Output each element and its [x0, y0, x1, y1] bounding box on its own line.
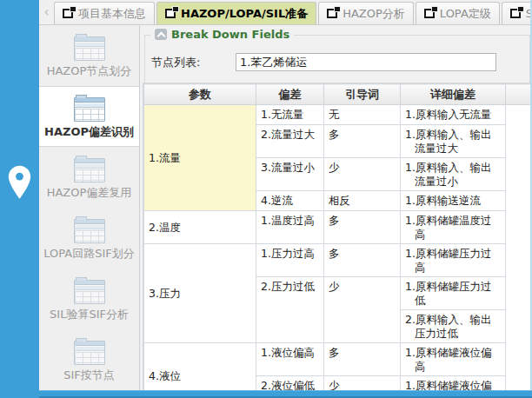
sidebar-item-sif-by-node[interactable]: SIF按节点	[39, 329, 139, 390]
detail-deviation-cell[interactable]: 1.原料储罐液位偏低	[401, 376, 506, 391]
deviation-cell[interactable]: 1.液位偏高	[256, 343, 324, 376]
deviation-table: 参数偏差引导词详细偏差 1.流量1.无流量无1.原料输入无流量2.流量过大多1.…	[143, 83, 532, 390]
deviation-cell[interactable]: 1.无流量	[256, 105, 324, 125]
deviation-cell[interactable]: 4.逆流	[256, 191, 324, 211]
detail-deviation-cell[interactable]: 1.原料输入无流量	[401, 105, 506, 125]
sidebar-item-label: SIF按节点	[63, 368, 115, 381]
detail-deviation-cell[interactable]: 1.原料储罐液位偏高	[401, 343, 506, 376]
table-row: 1.流量1.无流量无1.原料输入无流量	[144, 105, 532, 125]
panel-title: Break Down Fields	[171, 28, 289, 41]
window-icon	[165, 9, 176, 18]
guideword-cell[interactable]: 多	[324, 125, 401, 158]
app-window: ‹ 项目基本信息HAZOP/LOPA/SIL准备HAZOP分析LOPA定级SIL…	[0, 0, 532, 398]
left-rail	[0, 0, 39, 398]
deviation-cell[interactable]: 2.压力过低	[256, 277, 324, 343]
window-icon	[327, 9, 337, 18]
deviation-cell[interactable]: 2.流量过大	[256, 125, 324, 158]
detail-deviation-cell[interactable]: 1.原料储罐压力过高	[401, 244, 506, 277]
tab-label: LOPA定级	[440, 6, 491, 22]
spreadsheet-icon	[74, 341, 105, 365]
node-list-label: 节点列表:	[151, 55, 236, 70]
tab-label: HAZOP/LOPA/SIL准备	[181, 6, 308, 22]
guideword-cell[interactable]: 多	[324, 211, 401, 244]
tab-sil-verification[interactable]: SIL验算	[502, 2, 532, 24]
window-icon	[424, 9, 435, 18]
sidebar-item-lopa-loop-sif-division[interactable]: LOPA回路SIF划分	[39, 208, 139, 269]
detail-deviation-cell[interactable]: 2.原料输入、输出压力过低	[401, 310, 506, 343]
guideword-cell[interactable]: 多	[324, 343, 401, 376]
sidebar-item-label: HAZOP偏差识别	[44, 125, 134, 138]
spreadsheet-icon	[74, 36, 105, 61]
parameter-cell[interactable]: 3.压力	[144, 244, 256, 343]
guideword-cell[interactable]: 相反	[324, 191, 401, 211]
table-row: 4.液位1.液位偏高多1.原料储罐液位偏高	[144, 343, 532, 376]
spreadsheet-icon	[74, 280, 105, 304]
tab-label: HAZOP分析	[342, 6, 405, 22]
window-icon	[510, 9, 521, 18]
guideword-cell[interactable]: 少	[324, 376, 401, 391]
tab-hazop-lopa-sil-prep[interactable]: HAZOP/LOPA/SIL准备	[156, 2, 316, 24]
parameter-cell[interactable]: 1.流量	[144, 105, 256, 211]
spreadsheet-icon	[74, 97, 105, 122]
sidebar-item-label: HAZOP节点划分	[47, 64, 132, 77]
parameter-cell[interactable]: 4.液位	[144, 343, 256, 391]
detail-deviation-cell[interactable]: 1.原料输送逆流	[401, 191, 506, 211]
sidebar: HAZOP节点划分HAZOP偏差识别HAZOP偏差复用LOPA回路SIF划分SI…	[39, 25, 140, 390]
tab-lopa-rating[interactable]: LOPA定级	[416, 2, 500, 24]
detail-deviation-cell[interactable]: 1.原料输入、输出流量过小	[401, 158, 506, 191]
tab-hazop-analysis[interactable]: HAZOP分析	[318, 2, 414, 24]
column-header[interactable]: 参数	[144, 84, 256, 105]
node-list-field: 节点列表:	[151, 53, 529, 71]
guideword-cell[interactable]: 多	[324, 244, 401, 277]
table-header-row: 参数偏差引导词详细偏差	[144, 84, 532, 105]
bottom-rail	[0, 390, 532, 398]
column-header-empty	[506, 84, 532, 105]
column-header[interactable]: 引导词	[324, 84, 401, 105]
detail-deviation-cell[interactable]: 1.原料储罐温度过高	[401, 211, 506, 244]
sidebar-item-label: SIL验算SIF分析	[50, 308, 129, 321]
column-header[interactable]: 偏差	[256, 84, 324, 105]
spreadsheet-icon	[74, 219, 105, 243]
table-row: 3.压力1.压力过高多1.原料储罐压力过高	[144, 244, 532, 277]
guideword-cell[interactable]: 少	[324, 158, 401, 191]
node-list-input[interactable]	[236, 53, 496, 71]
parameter-cell[interactable]: 2.温度	[144, 211, 256, 244]
sidebar-item-hazop-node-division[interactable]: HAZOP节点划分	[39, 25, 139, 86]
table-row: 2.温度1.温度过高多1.原料储罐温度过高	[144, 211, 532, 244]
tab-scroll-left-icon[interactable]: ‹	[39, 0, 54, 24]
tab-project-basic-info[interactable]: 项目基本信息	[54, 2, 155, 24]
deviation-cell[interactable]: 2.液位偏低	[256, 376, 324, 391]
tab-label: 项目基本信息	[78, 6, 146, 22]
tab-list: 项目基本信息HAZOP/LOPA/SIL准备HAZOP分析LOPA定级SIL验算	[54, 2, 532, 24]
guideword-cell[interactable]: 少	[324, 277, 401, 343]
deviation-grid: 参数偏差引导词详细偏差 1.流量1.无流量无1.原料输入无流量2.流量过大多1.…	[143, 83, 532, 390]
detail-deviation-cell[interactable]: 1.原料储罐压力过低	[401, 277, 506, 310]
deviation-cell[interactable]: 1.压力过高	[256, 244, 324, 277]
sidebar-item-sil-verify-sif-analysis[interactable]: SIL验算SIF分析	[39, 269, 139, 329]
window-icon	[63, 9, 73, 18]
deviation-cell[interactable]: 1.温度过高	[256, 211, 324, 244]
spreadsheet-icon	[74, 158, 105, 182]
collapse-icon[interactable]	[155, 29, 167, 40]
panel-header: Break Down Fields	[150, 28, 294, 41]
deviation-cell[interactable]: 3.流量过小	[256, 158, 324, 191]
tab-bar: ‹ 项目基本信息HAZOP/LOPA/SIL准备HAZOP分析LOPA定级SIL…	[39, 0, 532, 25]
break-down-fields-panel: Break Down Fields 节点列表:	[144, 35, 530, 83]
sidebar-item-label: LOPA回路SIF划分	[43, 247, 134, 260]
sidebar-item-label: HAZOP偏差复用	[47, 186, 132, 199]
guideword-cell[interactable]: 无	[324, 105, 401, 125]
main-content: Break Down Fields 节点列表: 参数偏差引导词详细偏差 1.流量…	[141, 25, 532, 390]
detail-deviation-cell[interactable]: 1.原料输入、输出流量过大	[401, 125, 506, 158]
sidebar-item-hazop-deviation-identify[interactable]: HAZOP偏差识别	[39, 86, 139, 147]
sidebar-item-hazop-deviation-reuse[interactable]: HAZOP偏差复用	[39, 147, 139, 208]
column-header[interactable]: 详细偏差	[401, 84, 506, 105]
location-pin-icon[interactable]	[6, 163, 33, 202]
